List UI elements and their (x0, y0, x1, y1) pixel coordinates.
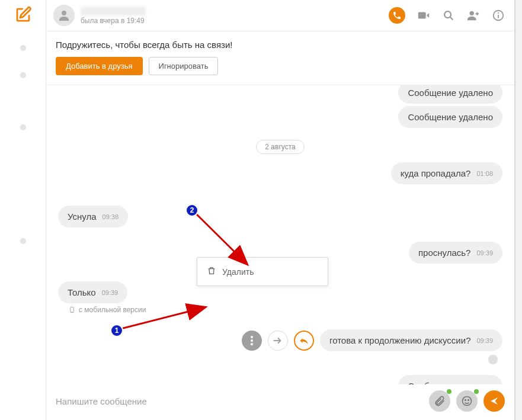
sidebar-item-dot[interactable] (20, 72, 26, 78)
svg-point-13 (463, 397, 472, 406)
message-out[interactable]: готова к продолжению дискуссии? 09:39 (320, 329, 502, 351)
message-context-menu: Удалить (197, 257, 328, 286)
friend-prompt-bar: Подружитесь, чтобы всегда быть на связи!… (46, 31, 514, 85)
read-receipt-avatar (488, 355, 498, 364)
svg-point-14 (465, 400, 466, 401)
left-sidebar (0, 0, 46, 420)
avatar[interactable] (53, 5, 75, 26)
ignore-button[interactable]: Игнорировать (149, 57, 219, 75)
add-user-icon[interactable] (467, 9, 480, 22)
message-composer (46, 384, 514, 420)
svg-point-4 (470, 11, 474, 15)
contact-name (81, 7, 146, 15)
sidebar-item-dot[interactable] (20, 238, 26, 244)
message-in[interactable]: Уснула 09:38 (58, 206, 128, 227)
sticker-button[interactable] (456, 390, 478, 412)
header-icons (389, 7, 505, 24)
svg-point-2 (444, 11, 451, 18)
chat-window: была вчера в 19:49 (0, 0, 515, 420)
right-edge-strip (515, 0, 522, 420)
message-deleted: Сообщение удалено (398, 375, 502, 384)
svg-point-10 (251, 336, 253, 338)
svg-point-7 (498, 12, 499, 14)
friend-prompt-text: Подружитесь, чтобы всегда быть на связи! (56, 40, 505, 50)
date-separator: 2 августа (58, 140, 502, 154)
add-friend-button[interactable]: Добавить в друзья (56, 57, 143, 75)
audio-call-button[interactable] (389, 7, 405, 24)
context-delete-item[interactable]: Удалить (197, 258, 328, 286)
chat-main: была вчера в 19:49 (46, 0, 514, 420)
message-reply-button[interactable] (294, 331, 314, 351)
svg-point-12 (251, 343, 253, 345)
sidebar-item-dot[interactable] (20, 45, 26, 51)
search-icon[interactable] (442, 9, 455, 22)
svg-line-3 (450, 17, 453, 20)
svg-point-15 (468, 400, 469, 401)
message-in[interactable]: Только 09:39 (58, 281, 127, 303)
svg-point-0 (62, 11, 66, 15)
send-button[interactable] (483, 390, 505, 412)
message-forward-button[interactable] (268, 331, 288, 351)
date-chip: 2 августа (256, 140, 304, 154)
svg-rect-1 (418, 12, 426, 19)
attach-button[interactable] (429, 390, 450, 412)
message-deleted: Сообщение удалено (398, 106, 502, 128)
header-names: была вчера в 19:49 (81, 7, 389, 25)
video-call-icon[interactable] (417, 9, 430, 22)
context-delete-label: Удалить (222, 267, 254, 277)
messages-scroll[interactable]: Сообщение удалено Сообщение удалено 2 ав… (46, 85, 514, 384)
message-out[interactable]: проснулась? 09:39 (409, 242, 502, 264)
message-deleted: Сообщение удалено (398, 85, 502, 104)
chat-header: была вчера в 19:49 (46, 0, 514, 31)
message-actions: готова к продолжению дискуссии? 09:39 (58, 329, 502, 351)
svg-point-11 (251, 339, 253, 342)
sidebar-item-dot[interactable] (20, 124, 26, 130)
message-more-button[interactable] (242, 331, 262, 351)
notification-dot (447, 389, 451, 394)
info-icon[interactable] (492, 9, 505, 22)
trash-icon (207, 266, 216, 277)
mobile-note: с мобильной версии (69, 306, 502, 314)
compose-icon[interactable] (14, 6, 32, 24)
message-out[interactable]: куда пропадала? 01:08 (391, 162, 502, 184)
message-input[interactable] (56, 396, 423, 406)
last-seen: была вчера в 19:49 (81, 17, 389, 25)
notification-dot (474, 389, 479, 394)
